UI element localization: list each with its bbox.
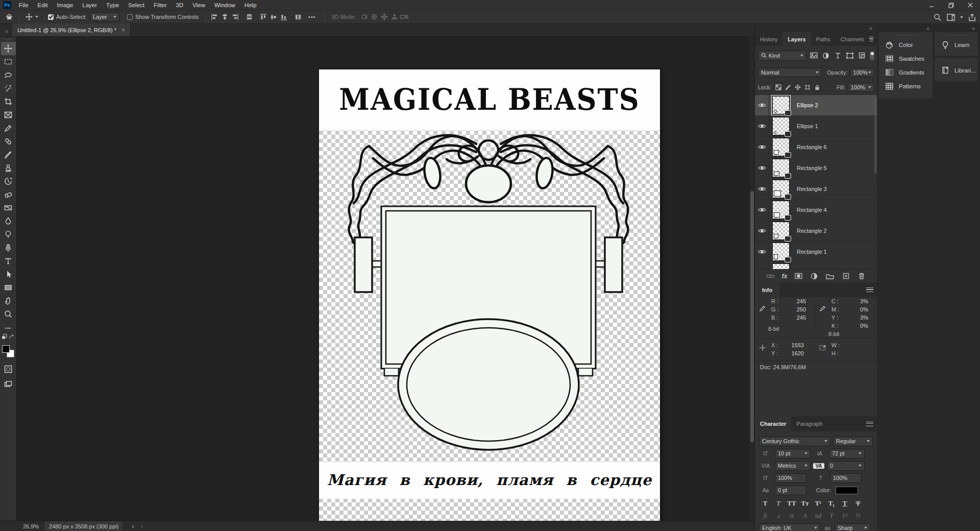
layer-thumbnail[interactable] — [772, 243, 790, 261]
tracking-dropdown[interactable]: 0 — [827, 461, 865, 471]
filter-kind-dropdown[interactable]: Kind — [758, 51, 806, 61]
auto-select-target-dropdown[interactable]: Layer — [90, 12, 119, 21]
faux-bold-button[interactable]: T — [759, 499, 771, 508]
eraser-tool[interactable] — [1, 188, 16, 201]
link-layers-icon[interactable] — [766, 272, 775, 281]
brush-tool[interactable] — [1, 148, 16, 161]
kerning-dropdown[interactable]: Metrics — [775, 461, 811, 471]
filter-shape-layers-icon[interactable] — [845, 51, 854, 61]
panel-gradients[interactable]: Gradients — [879, 65, 933, 79]
show-transform-checkbox[interactable] — [127, 14, 133, 20]
blur-tool[interactable] — [1, 214, 16, 228]
3d-pan-icon[interactable] — [379, 12, 389, 21]
panel-libraries[interactable]: Librari... — [935, 63, 978, 77]
menu-file[interactable]: File — [14, 0, 33, 10]
small-caps-button[interactable]: Tᴛ — [799, 499, 811, 508]
fill-dropdown[interactable]: 100% — [848, 83, 874, 92]
layer-name[interactable]: Rectangle 5 — [797, 165, 827, 171]
toolbar-expand-icon[interactable]: » — [5, 28, 8, 34]
workspace-switcher-icon[interactable] — [947, 14, 955, 21]
baseline-shift-field[interactable]: 0 pt — [775, 486, 806, 495]
restore-button[interactable] — [941, 0, 961, 10]
discretionary-ligatures-button[interactable]: st — [786, 512, 798, 520]
distribute-vertical-icon[interactable] — [293, 12, 303, 21]
filter-pixel-layers-icon[interactable] — [808, 51, 818, 61]
document-tab[interactable]: Untitled-1 @ 26,9% (Ellipse 2, RGB/8) * … — [12, 23, 131, 36]
menu-select[interactable]: Select — [124, 0, 149, 10]
character-panel-menu-icon[interactable] — [866, 422, 873, 426]
text-color-swatch[interactable] — [836, 487, 858, 494]
lock-transparent-pixels-icon[interactable] — [773, 83, 783, 92]
layer-name[interactable]: Rectangle 1 — [797, 249, 827, 255]
layer-name[interactable]: Rectangle 3 — [797, 186, 827, 192]
workspace-chevron-icon[interactable] — [960, 16, 963, 18]
pen-tool[interactable] — [1, 241, 16, 254]
swap-colors-icon[interactable] — [9, 334, 15, 340]
menu-image[interactable]: Image — [52, 0, 78, 10]
panel-swatches[interactable]: Swatches — [879, 52, 933, 65]
superscript-button[interactable]: T¹ — [812, 499, 824, 508]
3d-camera-icon[interactable] — [400, 12, 410, 21]
menu-view[interactable]: View — [188, 0, 210, 10]
document-canvas[interactable]: MAGICAL BEASTS Магия в крови, пламя в се… — [319, 69, 660, 521]
lock-all-icon[interactable] — [812, 83, 822, 92]
layer-row-rectangle-3[interactable]: Rectangle 3 — [755, 179, 877, 200]
layer-thumbnail[interactable] — [772, 222, 790, 240]
clone-stamp-tool[interactable] — [1, 161, 16, 175]
anti-alias-dropdown[interactable]: Sharp — [835, 523, 870, 531]
collapse-dock-icon[interactable]: » — [869, 25, 872, 31]
menu-edit[interactable]: Edit — [33, 0, 53, 10]
minimize-button[interactable] — [922, 0, 941, 10]
layer-thumbnail[interactable] — [772, 138, 790, 156]
panel-group-grip[interactable] — [945, 35, 968, 37]
document-size-field[interactable]: 2480 px x 3508 px (300 ppi) — [45, 521, 122, 531]
filter-smart-objects-icon[interactable] — [856, 51, 866, 61]
menu-window[interactable]: Window — [210, 0, 240, 10]
more-align-options-icon[interactable]: ••• — [308, 14, 316, 20]
blend-mode-dropdown[interactable]: Normal — [758, 68, 822, 77]
panel-group-grip[interactable] — [945, 60, 968, 62]
all-caps-button[interactable]: TT — [786, 499, 798, 508]
magic-wand-tool[interactable] — [1, 82, 16, 95]
visibility-eye-icon[interactable] — [755, 242, 769, 262]
lasso-tool[interactable] — [1, 68, 16, 82]
panel-color[interactable]: Color — [879, 38, 933, 52]
frame-tool[interactable] — [1, 108, 16, 122]
visibility-eye-icon[interactable] — [755, 221, 769, 242]
status-chevron-right-icon[interactable]: › — [132, 523, 134, 530]
visibility-eye-icon[interactable] — [755, 95, 769, 116]
align-right-icon[interactable] — [230, 12, 240, 21]
align-top-icon[interactable] — [258, 12, 268, 21]
menu-type[interactable]: Type — [102, 0, 124, 10]
layer-row-rectangle-4[interactable]: Rectangle 4 — [755, 200, 877, 221]
marquee-tool[interactable] — [1, 55, 16, 68]
layer-thumbnail[interactable] — [772, 117, 790, 135]
layer-row-partial[interactable] — [755, 262, 877, 269]
underline-button[interactable]: T — [839, 499, 851, 508]
history-brush-tool[interactable] — [1, 175, 16, 188]
layer-row-ellipse-2[interactable]: Ellipse 2 — [755, 95, 877, 116]
layer-name[interactable]: Rectangle 4 — [797, 207, 827, 213]
faux-italic-button[interactable]: T — [772, 499, 785, 508]
panel-group-grip[interactable] — [895, 35, 917, 37]
layer-row-rectangle-1[interactable]: Rectangle 1 — [755, 242, 877, 262]
font-size-dropdown[interactable]: 10 pt — [775, 449, 811, 458]
document-tab-close-icon[interactable]: × — [121, 27, 125, 34]
search-icon[interactable] — [934, 13, 942, 21]
align-left-icon[interactable] — [209, 12, 219, 21]
3d-roll-icon[interactable] — [369, 12, 379, 21]
expand-panels-icon[interactable]: « — [972, 25, 975, 31]
tab-info[interactable]: Info — [755, 282, 779, 297]
visibility-eye-icon[interactable] — [755, 200, 769, 221]
layer-style-fx-icon[interactable]: fx — [782, 273, 788, 280]
distribute-horizontal-icon[interactable] — [244, 12, 254, 21]
dodge-tool[interactable] — [1, 228, 16, 241]
layers-panel-menu-icon[interactable] — [869, 37, 873, 41]
visibility-eye-icon[interactable] — [755, 158, 769, 179]
gradient-tool[interactable] — [1, 201, 16, 214]
share-icon[interactable] — [968, 13, 976, 21]
move-tool-preset-icon[interactable] — [23, 11, 35, 22]
tab-channels[interactable]: Channels — [836, 32, 869, 46]
filter-toggle-switch[interactable] — [870, 51, 874, 60]
vertical-scale-field[interactable]: 100% — [775, 473, 806, 483]
